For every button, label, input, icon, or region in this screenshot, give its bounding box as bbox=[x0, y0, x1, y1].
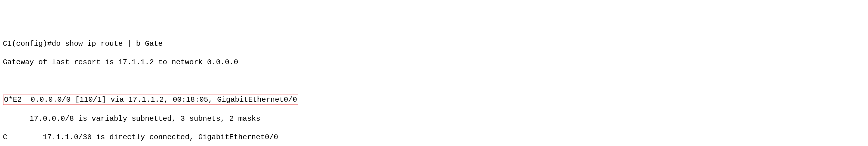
gateway-line: Gateway of last resort is 17.1.1.2 to ne… bbox=[3, 58, 865, 67]
cli-command-line: C1(config)#do show ip route | b Gate bbox=[3, 39, 865, 48]
subnet-header-line: 17.0.0.0/8 is variably subnetted, 3 subn… bbox=[3, 114, 865, 123]
default-route-row: O*E2 0.0.0.0/0 [110/1] via 17.1.1.2, 00:… bbox=[3, 95, 865, 105]
blank-line bbox=[3, 76, 865, 85]
connected-route-line: C 17.1.1.0/30 is directly connected, Gig… bbox=[3, 133, 865, 142]
default-route-boxed: O*E2 0.0.0.0/0 [110/1] via 17.1.1.2, 00:… bbox=[3, 95, 298, 105]
